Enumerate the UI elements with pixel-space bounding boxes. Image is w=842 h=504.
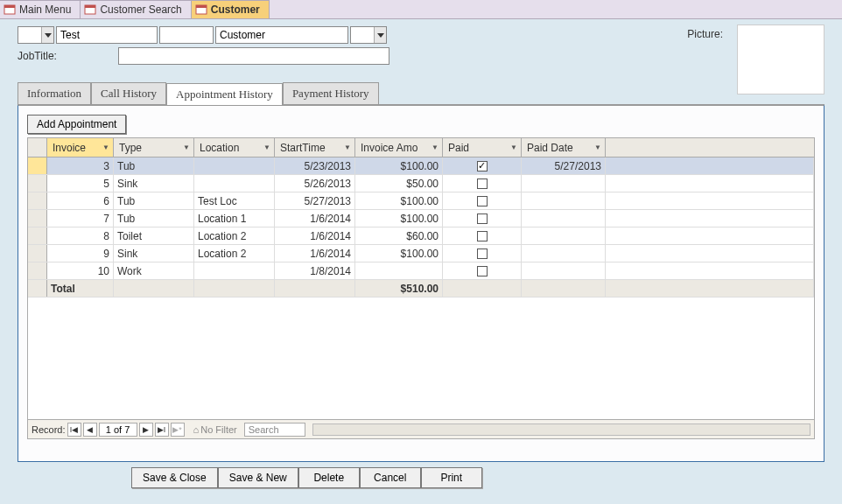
cell-paid[interactable] bbox=[443, 210, 522, 227]
tab-appointment-history[interactable]: Appointment History bbox=[166, 83, 283, 105]
first-name-field[interactable] bbox=[56, 26, 158, 44]
col-type[interactable]: Type▼ bbox=[114, 138, 194, 157]
cell-paid-date[interactable] bbox=[522, 228, 606, 244]
cell-starttime[interactable]: 1/6/2014 bbox=[275, 210, 355, 227]
col-paid-date[interactable]: Paid Date▼ bbox=[522, 138, 606, 157]
cell-location[interactable]: Location 2 bbox=[194, 228, 275, 244]
nav-last-button[interactable]: ▶I bbox=[155, 423, 169, 437]
cell-paid[interactable] bbox=[443, 175, 522, 192]
col-starttime[interactable]: StartTime▼ bbox=[275, 138, 355, 157]
cell-starttime[interactable]: 5/23/2013 bbox=[275, 158, 355, 174]
chevron-down-icon[interactable] bbox=[374, 27, 386, 43]
cell-paid-date[interactable] bbox=[522, 262, 606, 279]
nav-new-button[interactable]: ▶* bbox=[171, 423, 185, 437]
record-position[interactable] bbox=[99, 423, 137, 437]
cell-starttime[interactable]: 5/26/2013 bbox=[275, 175, 355, 192]
picture-box[interactable] bbox=[737, 24, 824, 94]
cell-amount[interactable] bbox=[355, 262, 443, 279]
nav-next-button[interactable]: ▶ bbox=[139, 423, 153, 437]
cell-location[interactable]: Location 2 bbox=[194, 245, 275, 262]
delete-button[interactable]: Delete bbox=[298, 467, 360, 488]
cell-invoice[interactable]: 10 bbox=[47, 262, 114, 279]
last-name-field[interactable] bbox=[215, 26, 348, 44]
chevron-down-icon[interactable]: ▼ bbox=[344, 144, 351, 151]
table-row[interactable]: 10Work1/8/2014 bbox=[28, 262, 814, 280]
table-row[interactable]: 9SinkLocation 21/6/2014$100.00 bbox=[28, 245, 814, 262]
cell-amount[interactable]: $100.00 bbox=[355, 192, 443, 209]
table-row[interactable]: 5Sink5/26/2013$50.00 bbox=[28, 175, 814, 192]
cell-type[interactable]: Sink bbox=[114, 175, 194, 192]
row-selector[interactable] bbox=[28, 262, 47, 279]
paid-checkbox[interactable] bbox=[477, 266, 488, 276]
chevron-down-icon[interactable]: ▼ bbox=[102, 144, 109, 151]
tab-information[interactable]: Information bbox=[18, 82, 91, 104]
paid-checkbox[interactable] bbox=[477, 214, 488, 224]
cell-type[interactable]: Sink bbox=[114, 245, 194, 262]
cell-location[interactable] bbox=[194, 262, 275, 279]
cell-invoice[interactable]: 3 bbox=[47, 158, 114, 174]
cell-amount[interactable]: $50.00 bbox=[355, 175, 443, 192]
cell-amount[interactable]: $100.00 bbox=[355, 245, 443, 262]
cell-paid[interactable] bbox=[443, 262, 522, 279]
chevron-down-icon[interactable]: ▼ bbox=[594, 144, 601, 151]
cell-amount[interactable]: $60.00 bbox=[355, 228, 443, 244]
select-all-header[interactable] bbox=[28, 138, 47, 157]
cell-invoice[interactable]: 7 bbox=[47, 210, 114, 227]
chevron-down-icon[interactable]: ▼ bbox=[183, 144, 190, 151]
cell-paid-date[interactable]: 5/27/2013 bbox=[522, 158, 606, 174]
window-tab-customer-search[interactable]: Customer Search bbox=[81, 0, 191, 18]
col-location[interactable]: Location▼ bbox=[194, 138, 275, 157]
cell-invoice[interactable]: 9 bbox=[47, 245, 114, 262]
row-selector[interactable] bbox=[28, 245, 47, 262]
cell-invoice[interactable]: 8 bbox=[47, 228, 114, 244]
cell-type[interactable]: Work bbox=[114, 262, 194, 279]
window-tab-main-menu[interactable]: Main Menu bbox=[0, 0, 81, 18]
cell-type[interactable]: Toilet bbox=[114, 228, 194, 244]
filter-indicator[interactable]: ⌂No Filter bbox=[193, 424, 237, 435]
row-selector[interactable] bbox=[28, 158, 47, 174]
cell-location[interactable] bbox=[194, 175, 275, 192]
cell-paid-date[interactable] bbox=[522, 175, 606, 192]
cell-type[interactable]: Tub bbox=[114, 158, 194, 174]
cell-location[interactable]: Test Loc bbox=[194, 192, 275, 209]
row-selector[interactable] bbox=[28, 210, 47, 227]
paid-checkbox[interactable] bbox=[477, 161, 488, 172]
cell-paid-date[interactable] bbox=[522, 245, 606, 262]
prefix-combo[interactable] bbox=[18, 26, 54, 44]
cell-starttime[interactable]: 5/27/2013 bbox=[275, 192, 355, 209]
nav-prev-button[interactable]: ◀ bbox=[83, 423, 97, 437]
row-selector[interactable] bbox=[28, 192, 47, 209]
row-selector[interactable] bbox=[28, 228, 47, 244]
row-selector[interactable] bbox=[28, 175, 47, 192]
tab-call-history[interactable]: Call History bbox=[91, 82, 166, 104]
cell-invoice[interactable]: 5 bbox=[47, 175, 114, 192]
table-row[interactable]: 7TubLocation 11/6/2014$100.00 bbox=[28, 210, 814, 228]
cell-invoice[interactable]: 6 bbox=[47, 192, 114, 209]
print-button[interactable]: Print bbox=[421, 467, 482, 488]
grid-search-input[interactable] bbox=[244, 423, 305, 437]
col-paid[interactable]: Paid▼ bbox=[443, 138, 522, 157]
save-close-button[interactable]: Save & Close bbox=[131, 467, 218, 488]
chevron-down-icon[interactable]: ▼ bbox=[263, 144, 270, 151]
tab-payment-history[interactable]: Payment History bbox=[283, 82, 379, 104]
grid-body[interactable]: 3Tub5/23/2013$100.005/27/20135Sink5/26/2… bbox=[28, 158, 814, 419]
cell-starttime[interactable]: 1/6/2014 bbox=[275, 245, 355, 262]
cell-amount[interactable]: $100.00 bbox=[355, 210, 443, 227]
paid-checkbox[interactable] bbox=[477, 196, 488, 206]
cell-type[interactable]: Tub bbox=[114, 192, 194, 209]
cell-paid[interactable] bbox=[443, 158, 522, 174]
window-tab-customer[interactable]: Customer bbox=[192, 0, 270, 18]
table-row[interactable]: 6TubTest Loc5/27/2013$100.00 bbox=[28, 192, 814, 210]
nav-first-button[interactable]: I◀ bbox=[67, 423, 81, 437]
cell-paid[interactable] bbox=[443, 245, 522, 262]
chevron-down-icon[interactable]: ▼ bbox=[432, 144, 439, 151]
paid-checkbox[interactable] bbox=[477, 231, 488, 242]
cell-paid-date[interactable] bbox=[522, 192, 606, 209]
cancel-button[interactable]: Cancel bbox=[360, 467, 421, 488]
cell-starttime[interactable]: 1/8/2014 bbox=[275, 262, 355, 279]
horizontal-scrollbar[interactable] bbox=[312, 424, 810, 436]
save-new-button[interactable]: Save & New bbox=[218, 467, 298, 488]
cell-starttime[interactable]: 1/6/2014 bbox=[275, 228, 355, 244]
cell-paid-date[interactable] bbox=[522, 210, 606, 227]
cell-paid[interactable] bbox=[443, 192, 522, 209]
